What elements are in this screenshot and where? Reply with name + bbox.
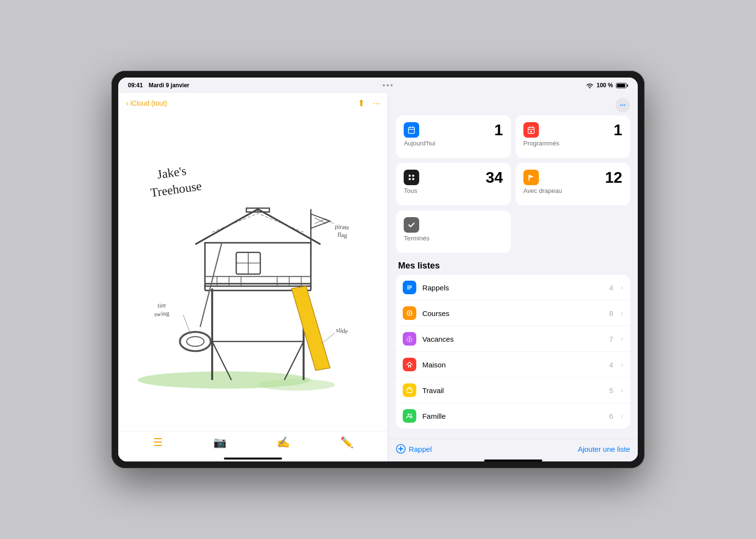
travail-count: 5 — [609, 386, 613, 395]
svg-line-35 — [183, 315, 190, 334]
famille-count: 6 — [609, 412, 613, 420]
svg-line-26 — [200, 243, 222, 327]
status-time: 09:41 — [128, 82, 143, 89]
add-list-button[interactable]: Ajouter une liste — [578, 445, 630, 453]
list-item-courses[interactable]: Courses 8 › — [396, 301, 630, 326]
drapeau-label: Avec drapeau — [523, 187, 622, 194]
status-date: Mardi 9 janvier — [149, 82, 189, 89]
note-canvas: Jake's Treehouse — [118, 112, 388, 431]
svg-point-1 — [258, 379, 335, 391]
svg-line-40 — [321, 333, 335, 344]
tous-count: 34 — [486, 170, 503, 185]
list-item-maison[interactable]: Maison 4 › — [396, 352, 630, 378]
status-dots — [383, 84, 393, 86]
travail-chevron: › — [621, 386, 623, 394]
programmes-count: 1 — [614, 122, 622, 138]
list-item-famille[interactable]: Famille 6 › — [396, 403, 630, 428]
svg-point-65 — [410, 414, 412, 415]
svg-point-28 — [187, 337, 204, 347]
svg-marker-25 — [292, 286, 330, 370]
add-reminder-label: Rappel — [409, 445, 432, 453]
reminders-bottom-bar: Rappel Ajouter une liste — [388, 439, 638, 458]
notes-header: ‹ iCloud (tout) ⬆ ··· — [118, 93, 388, 112]
smart-card-aujourdhui[interactable]: 1 Aujourd'hui — [396, 115, 510, 158]
status-bar: 09:41 Mardi 9 janvier 100 % — [118, 78, 638, 93]
rappels-count: 4 — [609, 284, 613, 292]
svg-marker-55 — [529, 175, 534, 178]
notes-pane: ‹ iCloud (tout) ⬆ ··· Jake' — [118, 93, 388, 461]
famille-icon — [403, 409, 416, 423]
aujourdhui-count: 1 — [494, 122, 503, 138]
svg-text:Treehouse: Treehouse — [149, 179, 203, 200]
svg-rect-41 — [409, 127, 415, 134]
maison-count: 4 — [609, 361, 613, 369]
ipad-screen: 09:41 Mardi 9 janvier 100 % — [118, 78, 638, 461]
lists-container: Rappels 4 › Cour — [396, 275, 630, 428]
back-label: iCloud (tout) — [130, 99, 167, 107]
mes-listes-header: Mes listes — [398, 261, 628, 271]
svg-line-13 — [212, 213, 258, 232]
maison-icon — [403, 358, 416, 371]
termines-icon — [404, 217, 419, 233]
add-reminder-button[interactable]: Rappel — [396, 444, 432, 454]
rappels-chevron: › — [621, 284, 623, 291]
markup-toolbar-icon[interactable]: ✍ — [277, 436, 290, 449]
vacances-name: Vacances — [422, 335, 603, 343]
battery-icon — [616, 83, 628, 88]
list-item-vacances[interactable]: Vacances 7 › — [396, 326, 630, 352]
treehouse-drawing: Jake's Treehouse — [128, 117, 378, 426]
travail-icon — [403, 383, 416, 397]
svg-line-14 — [258, 213, 303, 232]
vacances-count: 7 — [609, 335, 613, 343]
camera-toolbar-icon[interactable]: 📷 — [213, 436, 226, 449]
svg-text:tire: tire — [158, 301, 167, 309]
svg-rect-18 — [205, 276, 311, 286]
list-item-travail[interactable]: Travail 5 › — [396, 378, 630, 403]
ipad-device: 09:41 Mardi 9 janvier 100 % — [111, 71, 645, 468]
svg-text:swing: swing — [154, 309, 170, 318]
svg-text:slide: slide — [336, 326, 348, 335]
maison-name: Maison — [422, 361, 603, 369]
split-view: ‹ iCloud (tout) ⬆ ··· Jake' — [118, 93, 638, 461]
termines-label: Terminés — [404, 235, 503, 242]
svg-point-64 — [408, 413, 410, 415]
maison-chevron: › — [621, 361, 623, 368]
courses-icon — [403, 306, 416, 320]
courses-chevron: › — [621, 309, 623, 317]
programmes-label: Programmés — [523, 140, 622, 147]
svg-point-51 — [412, 174, 415, 177]
more-note-icon[interactable]: ··· — [373, 98, 380, 109]
lists-toolbar-icon[interactable]: ☰ — [153, 436, 163, 449]
tous-icon — [404, 170, 419, 185]
termines-row: Terminés — [396, 210, 630, 253]
svg-rect-10 — [205, 243, 311, 286]
courses-count: 8 — [609, 309, 613, 317]
svg-point-53 — [412, 178, 415, 180]
courses-name: Courses — [422, 309, 603, 317]
notes-toolbar: ☰ 📷 ✍ ✏️ — [118, 431, 388, 456]
add-reminder-icon — [396, 444, 406, 454]
rappels-icon — [403, 281, 416, 294]
reminders-scroll[interactable]: 1 Aujourd'hui — [388, 115, 638, 439]
smart-card-tous[interactable]: 34 Tous — [396, 163, 510, 206]
back-button[interactable]: ‹ iCloud (tout) — [126, 99, 167, 107]
svg-rect-63 — [407, 389, 412, 393]
share-icon[interactable]: ⬆ — [358, 98, 365, 109]
compose-toolbar-icon[interactable]: ✏️ — [340, 436, 353, 449]
svg-line-8 — [284, 342, 304, 380]
smart-card-programmes[interactable]: 1 Programmés — [516, 115, 630, 158]
back-chevron: ‹ — [126, 99, 128, 107]
smart-card-termines[interactable]: Terminés — [396, 210, 510, 253]
more-icon: ··· — [620, 101, 626, 109]
svg-text:Jake's: Jake's — [156, 164, 187, 182]
reminders-pane: ··· — [388, 93, 638, 461]
smart-card-drapeau[interactable]: 12 Avec drapeau — [516, 163, 630, 206]
programmes-icon — [523, 122, 539, 138]
list-item-rappels[interactable]: Rappels 4 › — [396, 275, 630, 301]
tous-label: Tous — [404, 187, 503, 194]
more-button[interactable]: ··· — [615, 98, 630, 112]
svg-point-27 — [180, 332, 211, 351]
aujourdhui-icon — [404, 122, 419, 138]
vacances-chevron: › — [621, 335, 623, 343]
famille-name: Famille — [422, 412, 603, 420]
